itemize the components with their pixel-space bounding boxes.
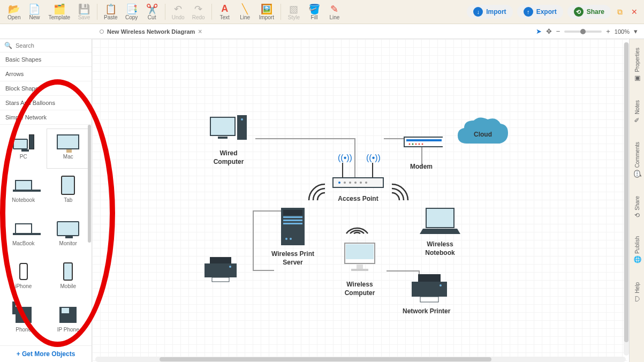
svg-point-43 <box>440 284 442 286</box>
right-tab-help[interactable]: 🛡Help <box>632 279 642 306</box>
zoom-out-icon[interactable]: − <box>556 27 560 35</box>
node-access-point[interactable]: ((•)) ((•)) Access Point <box>323 149 393 203</box>
shape-phone[interactable]: Phone <box>2 302 45 341</box>
node-wireless-print-server[interactable]: Wireless Print Server <box>269 207 317 267</box>
svg-point-19 <box>415 144 417 145</box>
style-button[interactable]: ▧Style <box>284 3 304 21</box>
connector[interactable] <box>253 210 254 270</box>
save-button[interactable]: 💾Save <box>74 3 94 21</box>
category-basic-shapes[interactable]: Basic Shapes <box>0 52 92 67</box>
right-tab-properties[interactable]: ▣Properties <box>632 44 642 85</box>
text-icon: A <box>219 4 230 14</box>
copy-button[interactable]: 📑Copy <box>122 3 141 21</box>
node-network-printer[interactable]: Network Printer <box>403 272 450 316</box>
redo-icon: ↷ <box>193 4 204 14</box>
category-stars-balloons[interactable]: Stars And Balloons <box>0 96 92 110</box>
undo-button[interactable]: ↶Undo <box>169 3 188 21</box>
shape-monitor[interactable]: Monitor <box>47 216 90 255</box>
cloud-icon: Cloud <box>453 114 512 154</box>
restore-window-icon[interactable]: ⧉ <box>615 5 625 19</box>
import-button[interactable]: ↓Import <box>467 5 512 19</box>
zoom-in-icon[interactable]: + <box>606 27 610 35</box>
paste-button[interactable]: 📋Paste <box>101 3 121 21</box>
node-modem[interactable]: Modem <box>400 127 443 171</box>
svg-point-14 <box>365 182 367 184</box>
shape-mac[interactable]: Mac <box>47 129 90 168</box>
template-button[interactable]: 🗂️Template <box>45 3 73 21</box>
divider <box>211 4 212 20</box>
svg-marker-39 <box>420 229 460 234</box>
right-tab-publish[interactable]: 🌐Publish <box>632 233 642 267</box>
export-button[interactable]: ↑Export <box>517 5 563 19</box>
new-button[interactable]: 📄New <box>25 3 44 21</box>
fill-button[interactable]: 🪣Fill <box>305 3 324 21</box>
notes-icon: ✎ <box>633 116 641 124</box>
pc-icon <box>207 114 250 146</box>
node-printer[interactable] <box>199 253 242 285</box>
get-more-objects-link[interactable]: + Get More Objects <box>0 345 92 362</box>
category-simple-network[interactable]: Simple Network <box>0 110 92 125</box>
shape-notebook[interactable]: Notebook <box>2 172 45 212</box>
svg-text:((•)): ((•)) <box>366 153 381 162</box>
node-wireless-notebook[interactable]: Wireless Notebook <box>416 205 464 257</box>
category-block-shapes[interactable]: Block Shapes <box>0 81 92 96</box>
canvas-hscrollbar[interactable] <box>95 357 626 362</box>
cut-icon: ✂️ <box>147 4 157 14</box>
cut-button[interactable]: ✂️Cut <box>142 3 162 21</box>
text-button[interactable]: AText <box>215 3 234 21</box>
diagram-canvas[interactable]: Wired Computer ((•)) ((•)) Access Point <box>92 39 627 362</box>
svg-rect-0 <box>210 117 235 135</box>
node-cloud[interactable]: Cloud <box>453 114 512 154</box>
share-button[interactable]: ⟲Share <box>567 5 611 19</box>
laptop-icon <box>419 205 461 237</box>
right-tab-comments[interactable]: 💬Comments <box>632 139 642 181</box>
active-tab[interactable]: New Wireless Network Diagram × <box>94 26 207 37</box>
divider <box>97 4 97 20</box>
wifi-waves-icon <box>387 182 413 203</box>
line-button[interactable]: ╲Line <box>236 3 255 21</box>
right-tab-notes[interactable]: ✎Notes <box>632 97 642 127</box>
shape-ip-phone[interactable]: IP Phone <box>47 302 90 341</box>
sidebar-scrollbar[interactable] <box>87 125 92 346</box>
access-point-icon: ((•)) ((•)) <box>323 149 393 192</box>
node-wired-computer[interactable]: Wired Computer <box>204 114 253 166</box>
connector[interactable] <box>255 138 354 139</box>
open-button[interactable]: 📂Open <box>4 3 24 21</box>
svg-rect-16 <box>406 139 442 141</box>
svg-rect-15 <box>404 137 443 147</box>
shape-iphone[interactable]: iPhone <box>2 259 45 298</box>
connector[interactable] <box>387 270 419 272</box>
node-wireless-computer[interactable]: Wireless Computer <box>336 240 384 297</box>
svg-text:Cloud: Cloud <box>474 131 492 138</box>
chevron-down-icon[interactable]: ▾ <box>634 27 638 35</box>
zoom-controls: ➤ ✥ − + 100% ▾ <box>536 27 644 35</box>
close-window-icon[interactable]: ✕ <box>629 5 640 18</box>
shape-macbook[interactable]: MacBook <box>2 216 45 255</box>
divider <box>165 4 165 20</box>
connector[interactable] <box>253 270 274 271</box>
pointer-tool-icon[interactable]: ➤ <box>536 27 542 35</box>
image-icon: 🖼️ <box>261 4 272 14</box>
line-style-button[interactable]: ✎Line <box>325 3 344 21</box>
divider <box>281 4 281 20</box>
close-tab-icon[interactable]: × <box>198 28 202 35</box>
redo-button[interactable]: ↷Redo <box>189 3 208 21</box>
share-icon: ⟲ <box>634 212 640 219</box>
folder-open-icon: 📂 <box>9 4 19 14</box>
import-image-button[interactable]: 🖼️Import <box>256 3 277 21</box>
shape-pc[interactable]: PC <box>2 129 45 168</box>
shape-tab[interactable]: Tab <box>47 172 90 212</box>
shape-mobile[interactable]: Mobile <box>47 259 90 298</box>
canvas-vscrollbar[interactable] <box>624 42 629 356</box>
svg-point-33 <box>229 266 231 268</box>
pan-tool-icon[interactable]: ✥ <box>546 27 552 35</box>
search-input[interactable] <box>16 42 89 49</box>
category-arrows[interactable]: Arrows <box>0 67 92 81</box>
zoom-slider[interactable] <box>564 31 602 33</box>
main-area: 🔍 Basic Shapes Arrows Block Shapes Stars… <box>0 39 644 362</box>
top-toolbar: 📂Open 📄New 🗂️Template 💾Save 📋Paste 📑Copy… <box>0 0 644 24</box>
publish-icon: 🌐 <box>633 256 641 263</box>
svg-point-29 <box>290 238 292 240</box>
printer-icon <box>199 255 242 284</box>
right-tab-share[interactable]: ⟲Share <box>632 193 642 221</box>
